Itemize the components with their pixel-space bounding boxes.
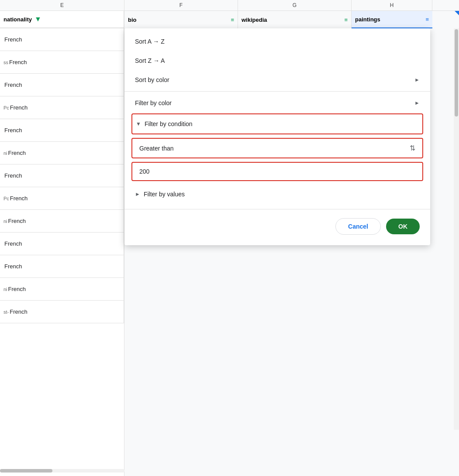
col-h-header: paintings ≡	[352, 11, 432, 28]
filter-condition-label: Filter by condition	[145, 120, 193, 127]
col-letter-header: E	[0, 0, 124, 11]
table-row: niFrench	[0, 210, 124, 233]
horizontal-scrollbar[interactable]	[0, 469, 124, 473]
table-row: st-French	[0, 301, 124, 323]
sort-by-color-item[interactable]: Sort by color ►	[124, 70, 430, 89]
table-row: niFrench	[0, 278, 124, 301]
condition-arrow-icon: ▼	[136, 121, 141, 127]
table-row: French	[0, 119, 124, 142]
bottom-separator	[124, 209, 430, 209]
table-row: French	[0, 164, 124, 187]
filter-by-color-chevron: ►	[414, 100, 420, 106]
scrollbar-thumb	[0, 469, 52, 473]
table-row: niFrench	[0, 142, 124, 164]
table-row: French	[0, 28, 124, 51]
col-f-filter-icon[interactable]: ≡	[231, 17, 234, 23]
separator-1	[124, 91, 430, 92]
table-row: French	[0, 255, 124, 278]
col-h-letter: H	[352, 0, 432, 10]
filter-values-header[interactable]: ► Filter by values	[131, 185, 423, 204]
col-h-label: paintings	[355, 16, 380, 23]
cell-nationality: st-French	[0, 301, 124, 323]
table-row: PcFrench	[0, 96, 124, 119]
condition-value-label: Greater than	[139, 145, 174, 152]
cell-nationality: niFrench	[0, 210, 124, 232]
cell-nationality: French	[0, 119, 124, 141]
sheet-rows: French ssFrench French PcFrench French n…	[0, 28, 124, 323]
filter-dropdown-panel: Sort A → Z Sort Z → A Sort by color ► Fi…	[124, 28, 430, 245]
condition-select[interactable]: Greater than ⇅	[131, 138, 423, 158]
sort-by-color-chevron: ►	[414, 77, 420, 83]
active-filter-indicator	[455, 11, 459, 15]
sort-az-item[interactable]: Sort A → Z	[124, 32, 430, 51]
filter-active-icon[interactable]: ▼	[35, 15, 41, 23]
col-g-filter-icon[interactable]: ≡	[344, 17, 348, 23]
cell-nationality: niFrench	[0, 142, 124, 164]
table-row: French	[0, 233, 124, 255]
col-e-label: nationality	[3, 16, 32, 23]
cell-nationality: French	[0, 164, 124, 187]
col-f-label: bio	[128, 17, 137, 23]
cell-nationality: ssFrench	[0, 51, 124, 73]
scrollbar-thumb	[455, 29, 458, 116]
filter-by-color-item[interactable]: Filter by color ►	[124, 93, 430, 113]
filter-condition-section: ▼ Filter by condition Greater than ⇅ 200	[124, 113, 430, 181]
condition-value-input[interactable]: 200	[131, 162, 423, 181]
cell-nationality: French	[0, 233, 124, 255]
col-g-label: wikipedia	[242, 17, 267, 23]
col-f-header: bio ≡	[124, 11, 238, 28]
sort-za-item[interactable]: Sort Z → A	[124, 51, 430, 70]
sort-az-label: Sort A → Z	[135, 38, 165, 45]
col-g-header: wikipedia ≡	[238, 11, 352, 28]
cell-nationality: French	[0, 255, 124, 277]
table-row: French	[0, 74, 124, 96]
right-col-letters: F G H	[124, 0, 459, 11]
col-g-letter: G	[238, 0, 352, 10]
col-name-header: nationality ▼	[0, 11, 124, 28]
cell-nationality: French	[0, 74, 124, 96]
cell-nationality: PcFrench	[0, 96, 124, 119]
filter-values-label: Filter by values	[144, 191, 185, 198]
dialog-footer: Cancel OK	[124, 211, 430, 242]
filter-by-color-label: Filter by color	[135, 99, 172, 106]
sort-by-color-label: Sort by color	[135, 76, 169, 83]
ok-button[interactable]: OK	[386, 219, 420, 234]
cell-nationality: niFrench	[0, 278, 124, 300]
col-e-letter: E	[0, 0, 124, 10]
cell-nationality: PcFrench	[0, 187, 124, 209]
cell-nationality: French	[0, 28, 124, 51]
col-f-letter: F	[124, 0, 238, 10]
table-row: ssFrench	[0, 51, 124, 74]
vertical-scrollbar[interactable]	[454, 28, 459, 430]
cancel-button[interactable]: Cancel	[335, 218, 381, 235]
col-h-filter-icon[interactable]: ≡	[425, 16, 429, 23]
table-row: PcFrench	[0, 187, 124, 210]
values-arrow-icon: ►	[135, 191, 140, 197]
sort-za-label: Sort Z → A	[135, 57, 165, 64]
filter-condition-header[interactable]: ▼ Filter by condition	[131, 113, 423, 134]
spreadsheet-panel: E nationality ▼ French ssFrench French P…	[0, 0, 124, 476]
col-e-name: nationality ▼	[0, 11, 124, 27]
condition-select-arrows: ⇅	[410, 144, 415, 152]
filter-values-section: ► Filter by values	[124, 185, 430, 204]
right-col-names: bio ≡ wikipedia ≡ paintings ≡	[124, 11, 459, 28]
